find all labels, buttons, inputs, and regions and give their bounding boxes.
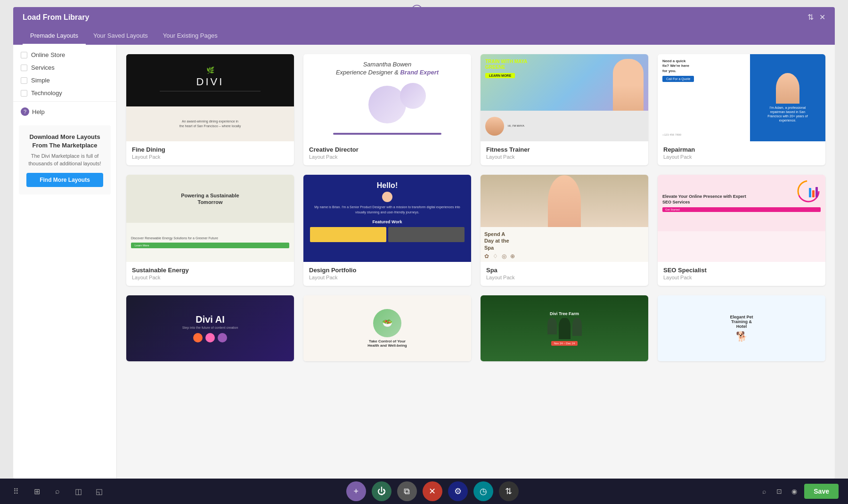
more-button[interactable]: ⇅ — [499, 481, 519, 501]
bottom-toolbar: ⠿ ⊞ ⌕ ◫ ◱ + ⏻ ⧉ ✕ ⚙ ◷ ⇅ ⌕ ⊡ ◉ Save — [0, 479, 848, 504]
sidebar-item-technology[interactable]: Technology — [13, 87, 116, 99]
sidebar-help[interactable]: ? Help — [13, 104, 116, 120]
layout-card-divi-ai[interactable]: Divi AI Step into the future of content … — [126, 295, 294, 361]
tree-farm-dates: Nov 24 – Dec 24 — [551, 341, 578, 346]
sidebar-item-simple[interactable]: Simple — [13, 74, 116, 87]
tab-premade-layouts[interactable]: Premade Layouts — [23, 27, 86, 45]
layout-card-seo[interactable]: Elevate Your Online Presence with Expert… — [658, 175, 825, 286]
layout-card-creative-director[interactable]: Samantha BowenExperience Designer & Bran… — [303, 54, 471, 165]
checkbox-simple[interactable] — [21, 77, 27, 84]
preview-repairman: Need a quickfix? We're herefor you. Call… — [658, 54, 825, 141]
grid-icon[interactable]: ⊞ — [30, 485, 43, 498]
checkbox-services[interactable] — [21, 65, 27, 71]
eye-icon[interactable]: ◉ — [789, 486, 799, 496]
preview-sustainable: Powering a SustainableTomorrow Discover … — [126, 175, 294, 262]
save-button[interactable]: Save — [804, 484, 839, 499]
history-button[interactable]: ◷ — [473, 481, 493, 501]
sidebar-item-online-store[interactable]: Online Store — [13, 49, 116, 61]
layout-card-info-repairman: Repairman Layout Pack — [658, 141, 825, 165]
content-area: 🌿 DIVI An award-winning dining experienc… — [117, 45, 835, 479]
mobile-icon[interactable]: ◱ — [92, 485, 106, 498]
layout-name-creative-director: Creative Director — [309, 146, 465, 153]
call-quote-button: Call For a Quote — [662, 76, 694, 82]
layout-card-fitness[interactable]: TRAIN WITH MAYAGREENE LEARN MORE HI, I'M… — [481, 54, 648, 165]
layout-type-sustainable: Layout Pack — [132, 275, 288, 280]
tree-farm-title: Divi Tree Farm — [550, 311, 579, 316]
checkbox-online-store[interactable] — [21, 52, 27, 58]
layout-type-design-portfolio: Layout Pack — [309, 275, 465, 280]
layout-card-fine-dining[interactable]: 🌿 DIVI An award-winning dining experienc… — [126, 54, 294, 165]
svg-rect-4 — [812, 190, 815, 197]
layout-name-seo: SEO Specialist — [663, 267, 820, 274]
settings-icon[interactable]: ⇅ — [807, 13, 814, 22]
responsive-icon[interactable]: ◫ — [72, 485, 85, 498]
dp-thumbnails — [310, 227, 465, 242]
seo-badge: Get Started — [662, 207, 821, 212]
sidebar: Online Store Services Simple Technology … — [13, 45, 117, 479]
layout-type-fine-dining: Layout Pack — [132, 154, 288, 160]
divi-ai-subtitle: Step into the future of content creation — [182, 326, 238, 329]
search-icon[interactable]: ⌕ — [51, 485, 64, 498]
marketplace-title: Download More Layouts From The Marketpla… — [26, 133, 103, 150]
dots-icon[interactable]: ⠿ — [9, 485, 23, 498]
sidebar-item-services[interactable]: Services — [13, 61, 116, 74]
close-icon[interactable]: ✕ — [819, 13, 825, 22]
layout-name-sustainable: Sustainable Energy — [132, 267, 288, 274]
help-icon: ? — [21, 107, 29, 116]
preview-creative-director: Samantha BowenExperience Designer & Bran… — [303, 54, 471, 141]
layout-card-info-fitness: Fitness Trainer Layout Pack — [481, 141, 648, 165]
layout-card-tree-farm[interactable]: Divi Tree Farm Nov 24 – Dec 24 — [481, 295, 648, 361]
svg-rect-5 — [815, 187, 818, 197]
preview-seo: Elevate Your Online Presence with Expert… — [658, 175, 825, 262]
layout-card-design-portfolio[interactable]: Hello! My name is Brian. I'm a Senior Pr… — [303, 175, 471, 286]
dp-featured: Featured Work — [373, 219, 402, 224]
toolbar-left: ⠿ ⊞ ⌕ ◫ ◱ — [9, 485, 106, 498]
cd-title: Samantha BowenExperience Designer & Bran… — [336, 61, 439, 77]
layout-card-repairman[interactable]: Need a quickfix? We're herefor you. Call… — [658, 54, 825, 165]
repairman-headline: Need a quickfix? We're herefor you. — [662, 59, 745, 73]
layout-type-spa: Layout Pack — [486, 275, 643, 280]
view-icon[interactable]: ⊡ — [774, 486, 784, 496]
pet-icon: 🐕 — [736, 331, 748, 342]
layout-type-seo: Layout Pack — [663, 275, 820, 280]
layout-type-creative-director: Layout Pack — [309, 154, 465, 160]
spa-text: Spend ADay at theSpa — [484, 231, 644, 251]
layout-card-spa[interactable]: Spend ADay at theSpa ✿ ♢ ◎ ⊕ Spa — [481, 175, 648, 286]
seo-headline: Elevate Your Online Presence with Expert… — [662, 194, 750, 205]
sus-cta: Learn More — [131, 243, 289, 248]
layout-type-fitness: Layout Pack — [486, 154, 643, 160]
layout-card-health[interactable]: 🥗 Take Control of YourHealth and Well-be… — [303, 295, 471, 361]
add-section-button[interactable]: + — [346, 481, 366, 501]
tab-existing-pages[interactable]: Your Existing Pages — [155, 27, 225, 45]
modal-title: Load From Library — [23, 13, 89, 22]
repairman-description: I'm Adam, a professionalrepairman based … — [767, 106, 807, 122]
layout-card-info-fine-dining: Fine Dining Layout Pack — [126, 141, 294, 165]
repairman-contact: +123 456 7890 — [662, 133, 745, 137]
dp-description: My name is Brian. I'm a Senior Product D… — [310, 205, 465, 215]
zoom-icon[interactable]: ⌕ — [759, 486, 769, 496]
duplicate-button[interactable]: ⧉ — [397, 481, 417, 501]
checkbox-technology[interactable] — [21, 90, 27, 97]
preview-fitness: TRAIN WITH MAYAGREENE LEARN MORE HI, I'M… — [481, 54, 648, 141]
settings-button[interactable]: ⚙ — [448, 481, 468, 501]
layout-name-spa: Spa — [486, 267, 643, 274]
power-button[interactable]: ⏻ — [372, 481, 391, 501]
fine-dining-description: An award-winning dining experience inthe… — [179, 119, 241, 129]
layout-card-pet-hotel[interactable]: Elegant PetTraining &Hotel 🐕 — [658, 295, 825, 361]
svg-rect-6 — [809, 188, 811, 197]
modal-load-from-library: Load From Library ⇅ ✕ Premade Layouts Yo… — [13, 7, 835, 479]
toolbar-center: + ⏻ ⧉ ✕ ⚙ ◷ ⇅ — [346, 481, 519, 501]
fitness-headline: TRAIN WITH MAYAGREENE — [485, 59, 527, 70]
modal-tabs: Premade Layouts Your Saved Layouts Your … — [13, 27, 835, 45]
layout-name-fine-dining: Fine Dining — [132, 146, 288, 153]
find-layouts-button[interactable]: Find More Layouts — [26, 173, 103, 187]
toolbar-right: ⌕ ⊡ ◉ Save — [759, 484, 839, 499]
close-button[interactable]: ✕ — [423, 481, 442, 501]
modal-header-actions: ⇅ ✕ — [807, 13, 825, 22]
preview-design-portfolio: Hello! My name is Brian. I'm a Senior Pr… — [303, 175, 471, 262]
layout-card-sustainable[interactable]: Powering a SustainableTomorrow Discover … — [126, 175, 294, 286]
tab-saved-layouts[interactable]: Your Saved Layouts — [86, 27, 155, 45]
layout-type-repairman: Layout Pack — [663, 154, 820, 160]
layout-name-design-portfolio: Design Portfolio — [309, 267, 465, 274]
preview-fine-dining: 🌿 DIVI An award-winning dining experienc… — [126, 54, 294, 141]
